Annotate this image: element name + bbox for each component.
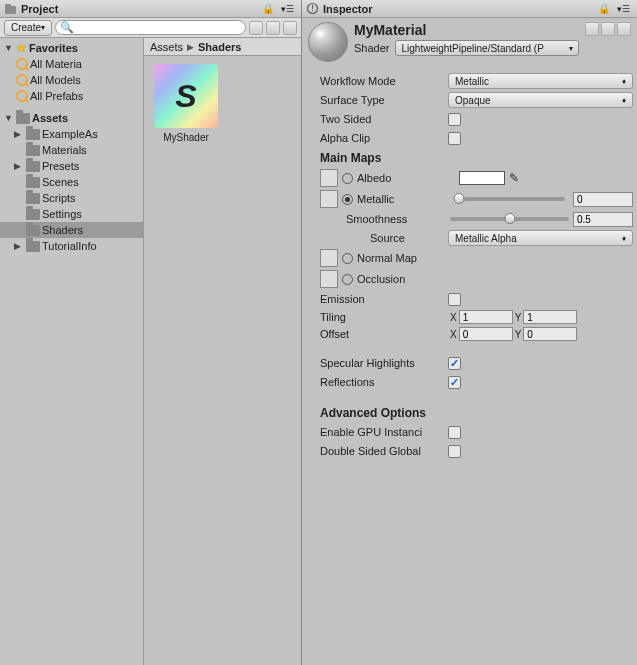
folder-scenes[interactable]: Scenes	[0, 174, 143, 190]
material-preview-sphere	[308, 22, 348, 62]
preset-button[interactable]	[601, 22, 615, 36]
occlusion-texture-slot[interactable]	[320, 270, 338, 288]
lock-icon[interactable]: 🔒	[598, 3, 610, 14]
breadcrumb: Assets ▶ Shaders	[144, 38, 301, 56]
metallic-row: Metallic	[306, 189, 633, 209]
two-sided-checkbox[interactable]	[448, 113, 461, 126]
tiling-x-field[interactable]	[459, 310, 513, 324]
breadcrumb-assets[interactable]: Assets	[150, 41, 183, 53]
smoothness-row: Smoothness	[306, 210, 633, 228]
folder-icon	[26, 161, 40, 172]
fav-all-materials[interactable]: All Materia	[0, 56, 143, 72]
shader-thumbnail-icon: S	[154, 64, 218, 128]
offset-y-field[interactable]	[523, 327, 577, 341]
breadcrumb-shaders[interactable]: Shaders	[198, 41, 241, 53]
albedo-color-swatch[interactable]	[459, 171, 505, 185]
star-icon: ★	[16, 41, 27, 55]
lock-icon[interactable]: 🔒	[262, 3, 274, 14]
asset-myshader[interactable]: S MyShader	[152, 64, 220, 143]
fav-all-models[interactable]: All Models	[0, 72, 143, 88]
chevron-down-icon: ♦	[622, 77, 626, 86]
chevron-down-icon: ♦	[622, 96, 626, 105]
folder-shaders[interactable]: Shaders	[0, 222, 143, 238]
disclosure-triangle-icon[interactable]: ▼	[4, 113, 14, 123]
workflow-mode-dropdown[interactable]: Metallic♦	[448, 73, 633, 89]
smoothness-value-field[interactable]	[573, 212, 633, 227]
disclosure-triangle-icon[interactable]: ▶	[14, 129, 24, 139]
search-box[interactable]: 🔍	[55, 20, 246, 35]
disclosure-triangle-icon[interactable]: ▼	[4, 43, 14, 53]
surface-type-dropdown[interactable]: Opaque♦	[448, 92, 633, 108]
project-title: Project	[21, 3, 58, 15]
offset-x-field[interactable]	[459, 327, 513, 341]
folder-icon	[26, 209, 40, 220]
source-dropdown[interactable]: Metallic Alpha♦	[448, 230, 633, 246]
folder-icon	[16, 113, 30, 124]
tiling-y-field[interactable]	[523, 310, 577, 324]
albedo-texture-slot[interactable]	[320, 169, 338, 187]
metallic-slider[interactable]	[459, 197, 565, 201]
folder-icon	[26, 145, 40, 156]
double-sided-global-row: Double Sided Global	[306, 442, 633, 460]
chevron-down-icon: ▾	[569, 44, 573, 53]
albedo-row: Albedo ✎	[306, 168, 633, 188]
smoothness-slider[interactable]	[450, 217, 569, 221]
metallic-value-field[interactable]	[573, 192, 633, 207]
search-filter-icon	[16, 90, 28, 102]
settings-gear-icon[interactable]	[617, 22, 631, 36]
folder-scripts[interactable]: Scripts	[0, 190, 143, 206]
emission-checkbox[interactable]	[448, 293, 461, 306]
emission-row: Emission	[306, 290, 633, 308]
metallic-picker-icon[interactable]	[342, 194, 353, 205]
folder-materials[interactable]: Materials	[0, 142, 143, 158]
normal-map-row: Normal Map	[306, 248, 633, 268]
folder-presets[interactable]: ▶Presets	[0, 158, 143, 174]
shader-dropdown[interactable]: LightweightPipeline/Standard (P▾	[395, 40, 579, 56]
filter-by-type-button[interactable]	[249, 21, 263, 35]
folder-exampleassets[interactable]: ▶ExampleAs	[0, 126, 143, 142]
two-sided-row: Two Sided	[306, 110, 633, 128]
filter-by-label-button[interactable]	[266, 21, 280, 35]
normal-map-texture-slot[interactable]	[320, 249, 338, 267]
main-maps-header: Main Maps	[306, 148, 633, 167]
disclosure-triangle-icon[interactable]: ▶	[14, 161, 24, 171]
occlusion-picker-icon[interactable]	[342, 274, 353, 285]
help-button[interactable]	[585, 22, 599, 36]
gpu-instancing-checkbox[interactable]	[448, 426, 461, 439]
advanced-options-header: Advanced Options	[306, 403, 633, 422]
disclosure-triangle-icon[interactable]: ▶	[14, 241, 24, 251]
albedo-picker-icon[interactable]	[342, 173, 353, 184]
create-button[interactable]: Create ▾	[4, 20, 52, 36]
chevron-down-icon: ▾	[41, 23, 45, 32]
svg-rect-3	[312, 5, 313, 9]
specular-highlights-row: Specular Highlights	[306, 354, 633, 372]
search-filter-icon	[16, 74, 28, 86]
folder-settings[interactable]: Settings	[0, 206, 143, 222]
alpha-clip-checkbox[interactable]	[448, 132, 461, 145]
eyedropper-icon[interactable]: ✎	[509, 171, 519, 185]
reflections-row: Reflections	[306, 373, 633, 391]
assets-row[interactable]: ▼Assets	[0, 110, 143, 126]
panel-menu-icon[interactable]: ▾☰	[614, 4, 633, 14]
material-name: MyMaterial	[354, 22, 579, 38]
save-search-button[interactable]	[283, 21, 297, 35]
folder-icon	[26, 193, 40, 204]
offset-row: Offset X Y	[306, 326, 633, 342]
normal-map-picker-icon[interactable]	[342, 253, 353, 264]
folder-icon	[26, 177, 40, 188]
folder-tutorialinfo[interactable]: ▶TutorialInfo	[0, 238, 143, 254]
double-sided-global-checkbox[interactable]	[448, 445, 461, 458]
project-icon	[4, 2, 17, 15]
metallic-texture-slot[interactable]	[320, 190, 338, 208]
reflections-checkbox[interactable]	[448, 376, 461, 389]
specular-highlights-checkbox[interactable]	[448, 357, 461, 370]
favorites-row[interactable]: ▼★Favorites	[0, 40, 143, 56]
fav-all-prefabs[interactable]: All Prefabs	[0, 88, 143, 104]
svg-rect-0	[5, 6, 16, 14]
panel-menu-icon[interactable]: ▾☰	[278, 4, 297, 14]
search-input[interactable]	[74, 22, 241, 33]
search-icon: 🔍	[60, 21, 74, 34]
chevron-right-icon: ▶	[187, 42, 194, 52]
inspector-icon	[306, 2, 319, 15]
asset-grid: S MyShader	[144, 56, 301, 665]
